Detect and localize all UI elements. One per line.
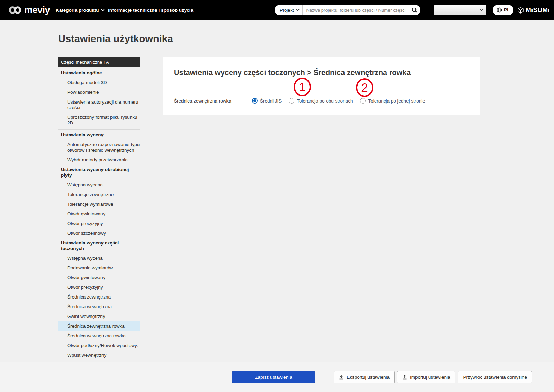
sidebar-item-otwor-gwintowany[interactable]: Otwór gwintowany bbox=[58, 209, 140, 219]
sidebar-item-wpust-wewnetrzny[interactable]: Wpust wewnętrzny bbox=[58, 350, 140, 360]
sidebar-item-otwor-podluzny-rowek-wpustowy[interactable]: Otwór podłużny/Rowek wpustowy: bbox=[58, 341, 140, 350]
logo-text: meviy bbox=[24, 5, 50, 16]
sidebar-item-ustawienia-autoryzacji-dla-numeru-czesci[interactable]: Ustawienia autoryzacji dla numeru części bbox=[58, 97, 140, 113]
footer-secondary-buttons: Eksportuj ustawienia Importuj ustawienia… bbox=[334, 371, 532, 383]
page-body: Ustawienia użytkownika Części mechaniczn… bbox=[0, 20, 554, 362]
sidebar-item-otwor-gwintowany[interactable]: Otwór gwintowany bbox=[58, 273, 140, 283]
radio-group: Średni JISTolerancja po obu stronachTole… bbox=[252, 98, 425, 104]
settings-sidebar: Części mechaniczne FA Ustawienia ogólneO… bbox=[58, 57, 140, 362]
import-settings-button[interactable]: Importuj ustawienia bbox=[397, 371, 455, 383]
radio-selected-icon[interactable] bbox=[252, 98, 258, 104]
sidebar-item-otwor-precyzyjny[interactable]: Otwór precyzyjny bbox=[58, 219, 140, 229]
radio-option-tolerancja-po-jednej-stronie[interactable]: Tolerancja po jednej stronie bbox=[360, 98, 425, 104]
meviy-logo[interactable]: meviy bbox=[8, 0, 50, 20]
download-icon bbox=[339, 375, 344, 380]
upload-icon bbox=[402, 375, 407, 380]
import-settings-label: Importuj ustawienia bbox=[410, 375, 450, 380]
page-title: Ustawienia użytkownika bbox=[58, 33, 173, 45]
search-button[interactable] bbox=[409, 5, 420, 15]
workspace-select[interactable] bbox=[434, 5, 486, 15]
sidebar-item-otwor-szczelinowy[interactable]: Otwór szczelinowy bbox=[58, 229, 140, 238]
menu-label: Kategoria produktu bbox=[56, 8, 99, 13]
export-settings-button[interactable]: Eksportuj ustawienia bbox=[334, 371, 395, 383]
sidebar-item-otwor-precyzyjny[interactable]: Otwór precyzyjny bbox=[58, 283, 140, 292]
radio-option-sredni-jis[interactable]: Średni JIS bbox=[252, 98, 282, 104]
menu-product-category[interactable]: Kategoria produktu bbox=[56, 0, 104, 20]
radio-unselected-icon[interactable] bbox=[360, 98, 366, 104]
sidebar-header-fa-parts[interactable]: Części mechaniczne FA bbox=[58, 57, 140, 67]
misumi-brand[interactable]: MiSUMi bbox=[518, 0, 550, 20]
restore-defaults-button[interactable]: Przywróć ustawienia domyślne bbox=[458, 371, 532, 383]
radio-option-tolerancja-po-obu-stronach[interactable]: Tolerancja po obu stronach bbox=[289, 98, 353, 104]
sidebar-item-dodawanie-wymiarow[interactable]: Dodawanie wymiarów bbox=[58, 263, 140, 273]
sidebar-section-ustawienia-wyceny-obrobionej-plyty: Ustawienia wyceny obrobionej płyty bbox=[58, 165, 140, 180]
chevron-down-icon bbox=[480, 8, 483, 11]
search-scope-label: Projekt bbox=[280, 8, 294, 13]
infinity-logo-icon bbox=[8, 6, 22, 15]
sidebar-item-wstepna-wycena[interactable]: Wstępna wycena bbox=[58, 180, 140, 190]
search-bar: Projekt bbox=[275, 5, 420, 15]
radio-option-label: Tolerancja po jednej stronie bbox=[368, 98, 425, 104]
settings-card: Ustawienia wyceny części toczonych > Śre… bbox=[163, 57, 480, 115]
sidebar-item-tolerancje-wymiarowe[interactable]: Tolerancje wymiarowe bbox=[58, 199, 140, 209]
language-button[interactable]: PL bbox=[493, 5, 513, 15]
sidebar-item-powiadomienie[interactable]: Powiadomienie bbox=[58, 88, 140, 97]
brand-text: MiSUMi bbox=[526, 6, 550, 14]
sidebar-item-srednica-zewnetrzna-rowka[interactable]: Średnica zewnętrzna rowka bbox=[58, 321, 140, 331]
heading-divider bbox=[174, 88, 468, 88]
sidebar-item-wstepna-wycena[interactable]: Wstępna wycena bbox=[58, 253, 140, 263]
sidebar-item-automatyczne-rozpoznawanie-typu-otworow-i-srednic-wewnetrznych[interactable]: Automatyczne rozpoznawanie typu otworów … bbox=[58, 140, 140, 155]
chevron-down-icon bbox=[296, 8, 300, 11]
cube-icon bbox=[518, 7, 524, 14]
menu-label: Informacje techniczne i sposób użycia bbox=[108, 8, 193, 13]
sidebar-section-ustawienia-wyceny: Ustawienia wyceny bbox=[58, 130, 140, 140]
sidebar-item-srednica-zewnetrzna[interactable]: Średnica zewnętrzna bbox=[58, 292, 140, 302]
search-scope-select[interactable]: Projekt bbox=[275, 5, 303, 15]
export-settings-label: Eksportuj ustawienia bbox=[347, 375, 390, 380]
radio-unselected-icon[interactable] bbox=[289, 98, 294, 104]
sidebar-item-wybor-metody-przetwarzania[interactable]: Wybór metody przetwarzania bbox=[58, 155, 140, 165]
radio-option-label: Tolerancja po obu stronach bbox=[297, 98, 353, 104]
globe-icon bbox=[497, 7, 502, 13]
sidebar-item-obsluga-modeli-3d[interactable]: Obsługa modeli 3D bbox=[58, 78, 140, 88]
sidebar-item-gwint-wewnetrzny[interactable]: Gwint wewnętrzny bbox=[58, 312, 140, 321]
card-heading: Ustawienia wyceny części toczonych > Śre… bbox=[174, 69, 411, 77]
menu-technical-info[interactable]: Informacje techniczne i sposób użycia bbox=[108, 0, 193, 20]
annotation-circle-2: 2 bbox=[356, 78, 373, 97]
chevron-down-icon bbox=[101, 8, 104, 11]
setting-row-label: Średnica zewnętrzna rowka bbox=[174, 98, 252, 104]
restore-defaults-label: Przywróć ustawienia domyślne bbox=[463, 375, 527, 380]
footer-bar: Zapisz ustawienia Eksportuj ustawienia I… bbox=[0, 362, 554, 392]
top-navbar: meviy Kategoria produktu Informacje tech… bbox=[0, 0, 554, 20]
sidebar-section-ustawienia-ogolne: Ustawienia ogólne bbox=[58, 68, 140, 78]
sidebar-list: Ustawienia ogólneObsługa modeli 3DPowiad… bbox=[58, 67, 140, 362]
sidebar-item-tolerancje-zewnetrzne[interactable]: Tolerancje zewnętrzne bbox=[58, 190, 140, 199]
sidebar-item-uproszczony-format-pliku-rysunku-2d[interactable]: Uproszczony format pliku rysunku 2D bbox=[58, 113, 140, 128]
save-settings-button[interactable]: Zapisz ustawienia bbox=[232, 371, 315, 383]
sidebar-divider bbox=[58, 129, 140, 130]
search-input[interactable] bbox=[303, 8, 409, 13]
sidebar-section-ustawienia-wyceny-czesci-toczonych: Ustawienia wyceny części toczonych bbox=[58, 238, 140, 253]
search-icon bbox=[412, 7, 418, 13]
sidebar-item-srednica-wewnetrzna-rowka[interactable]: Średnica wewnętrzna rowka bbox=[58, 331, 140, 341]
radio-option-label: Średni JIS bbox=[260, 98, 282, 104]
language-label: PL bbox=[504, 8, 510, 12]
annotation-circle-1: 1 bbox=[294, 78, 311, 96]
sidebar-item-srednica-wewnetrzna[interactable]: Średnica wewnętrzna bbox=[58, 302, 140, 312]
setting-row: Średnica zewnętrzna rowka Średni JISTole… bbox=[174, 96, 473, 106]
